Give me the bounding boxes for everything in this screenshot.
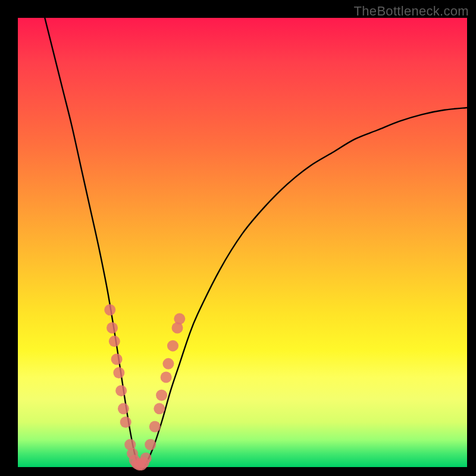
scatter-dot [162,358,174,369]
bottleneck-curve [45,18,467,469]
scatter-dot [109,336,120,347]
scatter-dot [174,313,185,324]
scatter-dot [115,385,127,396]
scatter-dot [113,367,124,378]
scatter-dot [161,372,172,383]
scatter-dot [104,304,115,315]
chart-svg [18,18,467,467]
scatter-dot [149,421,161,433]
scatter-dot [154,403,165,414]
scatter-dot [140,452,152,464]
scatter-dot [156,390,167,401]
chart-plot-area [18,18,467,467]
scatter-dots [104,304,185,470]
scatter-dot [111,353,123,365]
scatter-dot [107,322,118,333]
scatter-dot [167,340,178,352]
scatter-dot [145,439,156,450]
scatter-dot [118,403,129,414]
scatter-dot [120,416,131,428]
watermark-text: TheBottleneck.com [354,4,469,19]
chart-frame: TheBottleneck.com [0,0,476,476]
